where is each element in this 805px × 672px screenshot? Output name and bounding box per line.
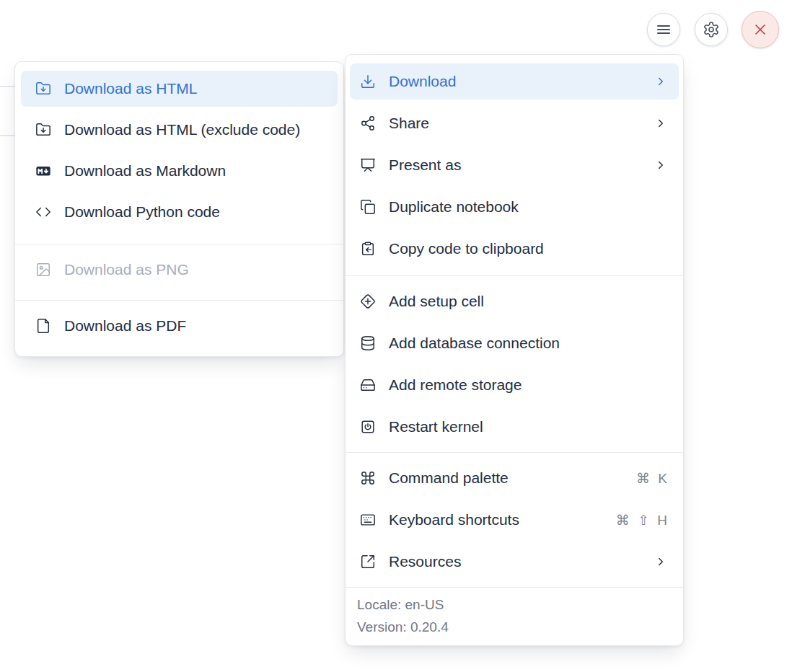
menu-item-keyboard-shortcuts[interactable]: Keyboard shortcuts ⌘ ⇧ H <box>350 502 679 538</box>
markdown-icon <box>35 163 51 179</box>
menu-item-restart-kernel[interactable]: Restart kernel <box>350 409 679 445</box>
version-text: Version: 0.20.4 <box>357 616 672 638</box>
background-cell-border <box>0 135 14 136</box>
menu-item-label: Resources <box>389 553 654 570</box>
menu-item-label: Add database connection <box>389 335 667 352</box>
menu-item-command-palette[interactable]: Command palette ⌘ K <box>350 460 679 496</box>
submenu-section: Download as PDF <box>15 301 343 356</box>
keyboard-shortcut: ⌘ ⇧ H <box>616 512 667 529</box>
submenu-section: Download as HTML Download as HTML (exclu… <box>15 62 343 244</box>
menu-section: Add setup cell Add database connection A… <box>346 276 683 452</box>
hard-drive-icon <box>360 377 376 393</box>
keyboard-icon <box>360 512 376 528</box>
clipboard-paste-icon <box>360 241 376 257</box>
presentation-icon <box>360 157 376 173</box>
chevron-right-icon <box>654 159 667 172</box>
menu-item-label: Restart kernel <box>389 418 667 436</box>
menu-item-copy-code-to-clipboard[interactable]: Copy code to clipboard <box>350 231 679 267</box>
power-square-icon <box>360 419 376 435</box>
hamburger-menu-button[interactable] <box>647 13 680 46</box>
folder-down-icon <box>35 122 51 138</box>
menu-item-label: Command palette <box>389 469 636 487</box>
background-cell-border <box>0 86 14 87</box>
menu-footer: Locale: en-US Version: 0.20.4 <box>346 588 683 645</box>
menu-item-label: Download as HTML (exclude code) <box>64 121 326 138</box>
menu-item-add-database-connection[interactable]: Add database connection <box>350 325 679 361</box>
menu-item-add-remote-storage[interactable]: Add remote storage <box>350 367 679 403</box>
menu-item-label: Copy code to clipboard <box>389 240 667 257</box>
menu-item-download-as-html[interactable]: Download as HTML <box>21 71 338 107</box>
copy-icon <box>360 199 376 215</box>
locale-text: Locale: en-US <box>357 593 672 616</box>
menu-item-label: Download <box>389 73 654 90</box>
canvas: { "colors": { "accent_blue": "#3371cf", … <box>0 0 805 672</box>
gear-icon <box>703 21 720 38</box>
chevron-right-icon <box>654 117 667 130</box>
menu-item-download-python-code[interactable]: Download Python code <box>21 194 338 230</box>
menu-item-label: Keyboard shortcuts <box>389 511 616 529</box>
close-icon <box>752 21 769 38</box>
download-submenu: Download as HTML Download as HTML (exclu… <box>14 61 344 357</box>
external-link-icon <box>360 554 376 570</box>
menu-item-label: Duplicate notebook <box>389 198 667 216</box>
submenu-section: Download as PNG <box>15 244 343 300</box>
menu-item-label: Share <box>389 115 654 132</box>
menu-item-duplicate-notebook[interactable]: Duplicate notebook <box>350 189 679 225</box>
menu-item-label: Add setup cell <box>389 293 667 310</box>
menu-item-label: Download Python code <box>64 203 326 221</box>
database-icon <box>360 335 376 351</box>
menu-section: Download Share Present as <box>346 55 683 275</box>
share-icon <box>360 115 376 131</box>
file-icon <box>35 318 51 334</box>
download-icon <box>360 74 376 89</box>
menu-item-download-as-pdf[interactable]: Download as PDF <box>21 308 338 344</box>
image-icon <box>35 262 51 278</box>
menu-item-add-setup-cell[interactable]: Add setup cell <box>350 283 679 319</box>
folder-down-icon <box>35 81 51 97</box>
menu-item-label: Download as PNG <box>64 261 326 278</box>
menu-item-label: Present as <box>389 156 654 174</box>
diamond-plus-icon <box>360 293 376 309</box>
command-icon <box>360 470 376 486</box>
hamburger-icon <box>655 21 672 38</box>
keyboard-shortcut: ⌘ K <box>636 470 667 487</box>
menu-item-resources[interactable]: Resources <box>350 544 679 580</box>
menu-item-label: Download as Markdown <box>64 162 326 180</box>
menu-item-share[interactable]: Share <box>350 105 679 141</box>
close-button[interactable] <box>742 11 779 48</box>
notebook-actions-menu: Download Share Present as <box>345 54 684 646</box>
menu-item-label: Add remote storage <box>389 376 667 394</box>
menu-item-present-as[interactable]: Present as <box>350 147 679 183</box>
code-icon <box>35 204 51 220</box>
menu-item-label: Download as PDF <box>64 317 326 335</box>
chevron-right-icon <box>654 75 667 88</box>
menu-item-label: Download as HTML <box>64 80 326 97</box>
menu-item-download-as-markdown[interactable]: Download as Markdown <box>21 153 338 189</box>
menu-item-download[interactable]: Download <box>350 63 679 100</box>
menu-item-download-as-html-exclude-code[interactable]: Download as HTML (exclude code) <box>21 112 338 148</box>
chevron-right-icon <box>654 555 667 568</box>
settings-button[interactable] <box>695 13 728 46</box>
menu-item-download-as-png: Download as PNG <box>21 252 338 288</box>
menu-section: Command palette ⌘ K Keyboard shortcuts ⌘… <box>346 453 683 587</box>
